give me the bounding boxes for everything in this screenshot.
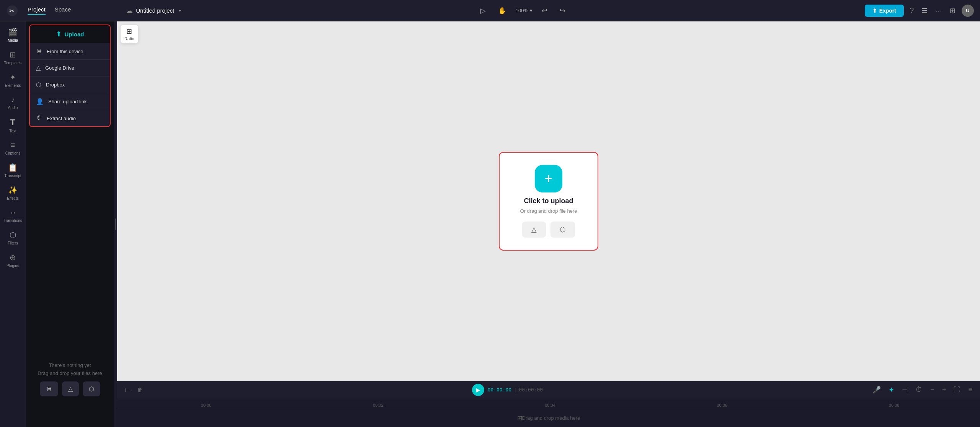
export-button[interactable]: ⬆ Export [865, 5, 904, 17]
cursor-tool-button[interactable]: ▷ [477, 5, 489, 16]
project-title-area: ☁ Untitled project ▾ [126, 7, 181, 15]
app-logo[interactable]: ✂ [6, 5, 18, 17]
upload-cloud-icon: ⬆ [56, 30, 62, 38]
plus-icon: + [544, 171, 552, 187]
more-button[interactable]: ⋯ [934, 5, 944, 16]
time-separator: | [514, 387, 516, 393]
card-drive-button[interactable]: △ [522, 222, 546, 238]
drag-drop-text: Drag and drop media here [522, 415, 580, 421]
top-bar: ✂ Project Space ☁ Untitled project ▾ ▷ ✋… [0, 0, 980, 21]
sidebar-label-filters: Filters [8, 241, 18, 245]
menu-item-from-device[interactable]: 🖥 From this device [30, 43, 110, 59]
ruler-mark-2: 00:04 [464, 403, 636, 407]
sidebar-label-effects: Effects [7, 196, 18, 200]
zoom-value: 100% [516, 8, 528, 13]
export-icon: ⬆ [872, 8, 877, 14]
help-button[interactable]: ? [908, 5, 915, 16]
sidebar-item-effects[interactable]: ✨ Effects [2, 183, 24, 204]
sidebar-label-media: Media [8, 38, 18, 42]
sidebar-item-captions[interactable]: ≡ Captions [2, 138, 24, 158]
sidebar-item-audio[interactable]: ♪ Audio [2, 92, 24, 113]
main-area: 🎬 Media ⊞ Templates ✦ Elements ♪ Audio T… [0, 21, 980, 427]
upload-card-buttons: △ ⬡ [522, 222, 575, 238]
empty-dropbox-button[interactable]: ⬡ [83, 381, 100, 396]
upload-card-subtitle: Or drag and drop file here [520, 208, 577, 214]
sidebar-item-transitions[interactable]: ↔ Transitions [2, 205, 24, 226]
menu-item-extract-audio[interactable]: 🎙 Extract audio [30, 110, 110, 126]
sidebar-item-transcript[interactable]: 📋 Transcript [2, 160, 24, 181]
canvas-main: ⊞ Ratio + Click to upload Or drag and dr… [117, 21, 980, 381]
empty-drive-button[interactable]: △ [62, 381, 79, 396]
sidebar-label-transitions: Transitions [3, 218, 22, 223]
svg-text:✂: ✂ [9, 8, 14, 14]
mic-button[interactable]: 🎤 [871, 384, 882, 396]
timeline-center-controls: ▶ 00:00:00 | 00:00:00 [144, 384, 871, 396]
sidebar-item-templates[interactable]: ⊞ Templates [2, 47, 24, 68]
profile-button[interactable]: ☰ [920, 5, 929, 16]
ratio-button[interactable]: ⊞ Ratio [120, 24, 139, 44]
cut-button[interactable]: ⊣ [900, 384, 910, 396]
sidebar-label-elements: Elements [5, 83, 21, 88]
upload-header-button[interactable]: ⬆ Upload [30, 25, 110, 43]
sidebar-item-filters[interactable]: ⬡ Filters [2, 227, 24, 248]
redo-button[interactable]: ↪ [557, 5, 568, 16]
timeline-controls: ⊢ 🗑 ▶ 00:00:00 | 00:00:00 🎤 ✦ [117, 381, 980, 398]
total-time: 00:00:00 [519, 387, 543, 393]
top-center-controls: ▷ ✋ 100% ▾ ↩ ↪ [181, 5, 864, 16]
project-cloud-icon: ☁ [126, 7, 133, 15]
divider-line [115, 218, 116, 230]
play-button[interactable]: ▶ [472, 384, 484, 396]
sidebar-label-audio: Audio [8, 106, 18, 110]
fullscreen-timeline-button[interactable]: ⛶ [952, 384, 962, 395]
device-icon: 🖥 [36, 48, 42, 55]
sidebar: 🎬 Media ⊞ Templates ✦ Elements ♪ Audio T… [0, 21, 26, 427]
pan-tool-button[interactable]: ✋ [495, 5, 510, 16]
google-drive-icon: △ [36, 64, 41, 72]
menu-item-google-drive[interactable]: △ Google Drive [30, 59, 110, 76]
filters-icon: ⬡ [10, 230, 16, 240]
sidebar-item-text[interactable]: T Text [2, 114, 24, 136]
sidebar-label-templates: Templates [4, 61, 22, 65]
export-label: Export [879, 8, 896, 14]
empty-device-button[interactable]: 🖥 [40, 381, 58, 396]
tab-project[interactable]: Project [28, 6, 46, 15]
drag-drop-icon: ⊞ [517, 414, 522, 422]
effects-icon: ✨ [8, 186, 18, 195]
speed-button[interactable]: ⏱ [914, 384, 924, 395]
ruler-mark-1: 00:02 [292, 403, 464, 407]
avatar[interactable]: U [962, 5, 974, 17]
captions-timeline-button[interactable]: ≡ [967, 384, 974, 395]
upload-plus-button[interactable]: + [535, 165, 562, 192]
sidebar-item-plugins[interactable]: ⊕ Plugins [2, 250, 24, 271]
canvas-area: ⊞ Ratio + Click to upload Or drag and dr… [117, 21, 980, 427]
current-time: 00:00:00 [487, 387, 511, 393]
sidebar-label-captions: Captions [5, 151, 20, 155]
sidebar-label-plugins: Plugins [7, 264, 19, 268]
menu-item-dropbox[interactable]: ⬡ Dropbox [30, 76, 110, 93]
tab-space[interactable]: Space [55, 6, 71, 15]
top-tabs: Project Space [28, 6, 71, 15]
zoom-in-timeline-button[interactable]: + [941, 384, 948, 395]
share-link-icon: 👤 [36, 98, 44, 105]
undo-button[interactable]: ↩ [539, 5, 550, 16]
menu-item-share-link[interactable]: 👤 Share upload link [30, 93, 110, 110]
sidebar-item-elements[interactable]: ✦ Elements [2, 70, 24, 91]
ai-button[interactable]: ✦ [887, 384, 896, 396]
sidebar-item-media[interactable]: 🎬 Media [2, 24, 24, 46]
layout-button[interactable]: ⊞ [948, 5, 957, 16]
trim-button[interactable]: ⊢ [123, 385, 131, 394]
zoom-control[interactable]: 100% ▾ [516, 8, 532, 13]
panel-resize-handle[interactable] [114, 21, 117, 427]
delete-button[interactable]: 🗑 [136, 385, 144, 394]
captions-icon: ≡ [11, 141, 15, 150]
sidebar-label-transcript: Transcript [4, 174, 21, 178]
bottom-bar: ⊢ 🗑 ▶ 00:00:00 | 00:00:00 🎤 ✦ [117, 381, 980, 427]
text-icon: T [10, 117, 15, 127]
drag-drop-bar[interactable]: ⊞ Drag and drop media here [117, 409, 980, 427]
empty-line1: There's nothing yet [49, 362, 91, 368]
sidebar-label-text: Text [9, 129, 16, 133]
project-title[interactable]: Untitled project [136, 7, 174, 14]
card-dropbox-button[interactable]: ⬡ [550, 222, 575, 238]
zoom-out-timeline-button[interactable]: − [929, 384, 936, 395]
dropbox-icon: ⬡ [36, 81, 41, 88]
